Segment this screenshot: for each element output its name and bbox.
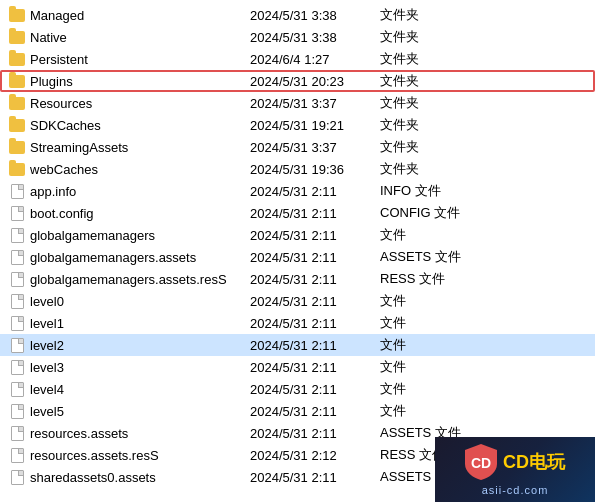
file-name: Plugins bbox=[30, 74, 250, 89]
file-date: 2024/5/31 2:11 bbox=[250, 294, 380, 309]
file-type: ASSETS 文件 bbox=[380, 248, 461, 266]
file-type: 文件夹 bbox=[380, 94, 460, 112]
file-row-streamingassets[interactable]: StreamingAssets2024/5/31 3:37文件夹 bbox=[0, 136, 595, 158]
file-type: 文件 bbox=[380, 358, 460, 376]
file-name: SDKCaches bbox=[30, 118, 250, 133]
file-icon bbox=[8, 337, 26, 353]
file-date: 2024/5/31 2:11 bbox=[250, 426, 380, 441]
file-row-globalgamemanagers[interactable]: globalgamemanagers2024/5/31 2:11文件 bbox=[0, 224, 595, 246]
file-row-app-info[interactable]: app.info2024/5/31 2:11INFO 文件 bbox=[0, 180, 595, 202]
file-date: 2024/5/31 20:23 bbox=[250, 74, 380, 89]
file-name: StreamingAssets bbox=[30, 140, 250, 155]
watermark-title: CD电玩 bbox=[503, 450, 565, 474]
file-name: Native bbox=[30, 30, 250, 45]
file-icon bbox=[8, 205, 26, 221]
file-row-managed[interactable]: Managed2024/5/31 3:38文件夹 bbox=[0, 4, 595, 26]
folder-icon bbox=[8, 95, 26, 111]
file-icon bbox=[8, 447, 26, 463]
file-row-level1[interactable]: level12024/5/31 2:11文件 bbox=[0, 312, 595, 334]
file-icon bbox=[8, 381, 26, 397]
file-name: webCaches bbox=[30, 162, 250, 177]
file-name: globalgamemanagers.assets.resS bbox=[30, 272, 250, 287]
file-type: 文件夹 bbox=[380, 6, 460, 24]
file-row-plugins[interactable]: Plugins2024/5/31 20:23文件夹 bbox=[0, 70, 595, 92]
file-row-native[interactable]: Native2024/5/31 3:38文件夹 bbox=[0, 26, 595, 48]
file-name: level2 bbox=[30, 338, 250, 353]
file-type: INFO 文件 bbox=[380, 182, 460, 200]
file-name: level5 bbox=[30, 404, 250, 419]
folder-icon bbox=[8, 7, 26, 23]
file-name: globalgamemanagers.assets bbox=[30, 250, 250, 265]
file-row-persistent[interactable]: Persistent2024/6/4 1:27文件夹 bbox=[0, 48, 595, 70]
file-type: 文件夹 bbox=[380, 160, 460, 178]
folder-icon bbox=[8, 117, 26, 133]
file-date: 2024/5/31 2:11 bbox=[250, 382, 380, 397]
file-icon bbox=[8, 293, 26, 309]
file-type: 文件夹 bbox=[380, 28, 460, 46]
file-date: 2024/5/31 2:11 bbox=[250, 272, 380, 287]
file-row-level0[interactable]: level02024/5/31 2:11文件 bbox=[0, 290, 595, 312]
file-date: 2024/5/31 2:11 bbox=[250, 250, 380, 265]
file-type: 文件夹 bbox=[380, 72, 460, 90]
file-name: sharedassets0.assets bbox=[30, 470, 250, 485]
folder-icon bbox=[8, 139, 26, 155]
file-name: app.info bbox=[30, 184, 250, 199]
file-row-sdkcaches[interactable]: SDKCaches2024/5/31 19:21文件夹 bbox=[0, 114, 595, 136]
file-name: level4 bbox=[30, 382, 250, 397]
file-row-level5[interactable]: level52024/5/31 2:11文件 bbox=[0, 400, 595, 422]
file-date: 2024/5/31 2:11 bbox=[250, 404, 380, 419]
file-date: 2024/5/31 2:11 bbox=[250, 316, 380, 331]
file-date: 2024/5/31 3:38 bbox=[250, 30, 380, 45]
file-name: level1 bbox=[30, 316, 250, 331]
file-icon bbox=[8, 227, 26, 243]
file-row-level2[interactable]: level22024/5/31 2:11文件 bbox=[0, 334, 595, 356]
file-type: 文件 bbox=[380, 314, 460, 332]
file-row-webcaches[interactable]: webCaches2024/5/31 19:36文件夹 bbox=[0, 158, 595, 180]
file-name: Resources bbox=[30, 96, 250, 111]
file-date: 2024/5/31 2:11 bbox=[250, 184, 380, 199]
file-icon bbox=[8, 403, 26, 419]
file-date: 2024/5/31 2:11 bbox=[250, 470, 380, 485]
file-name: globalgamemanagers bbox=[30, 228, 250, 243]
watermark-subtitle: asii-cd.com bbox=[482, 484, 549, 496]
file-icon bbox=[8, 271, 26, 287]
file-row-boot-config[interactable]: boot.config2024/5/31 2:11CONFIG 文件 bbox=[0, 202, 595, 224]
folder-icon bbox=[8, 51, 26, 67]
svg-text:CD: CD bbox=[471, 455, 491, 471]
file-type: 文件 bbox=[380, 380, 460, 398]
file-row-level4[interactable]: level42024/5/31 2:11文件 bbox=[0, 378, 595, 400]
file-name: level3 bbox=[30, 360, 250, 375]
file-date: 2024/5/31 2:12 bbox=[250, 448, 380, 463]
file-name: Managed bbox=[30, 8, 250, 23]
file-icon bbox=[8, 469, 26, 485]
watermark-logo: CD CD电玩 bbox=[465, 444, 565, 480]
file-date: 2024/5/31 3:38 bbox=[250, 8, 380, 23]
file-list: Managed2024/5/31 3:38文件夹Native2024/5/31 … bbox=[0, 0, 595, 492]
file-date: 2024/5/31 19:36 bbox=[250, 162, 380, 177]
file-date: 2024/5/31 2:11 bbox=[250, 228, 380, 243]
file-date: 2024/5/31 2:11 bbox=[250, 338, 380, 353]
watermark: CD CD电玩 asii-cd.com bbox=[435, 437, 595, 502]
file-type: 文件 bbox=[380, 226, 460, 244]
folder-icon bbox=[8, 73, 26, 89]
file-row-globalgamemanagers-assets-ress[interactable]: globalgamemanagers.assets.resS2024/5/31 … bbox=[0, 268, 595, 290]
file-icon bbox=[8, 425, 26, 441]
folder-icon bbox=[8, 161, 26, 177]
file-name: Persistent bbox=[30, 52, 250, 67]
file-type: 文件 bbox=[380, 402, 460, 420]
file-icon bbox=[8, 249, 26, 265]
file-name: boot.config bbox=[30, 206, 250, 221]
file-name: level0 bbox=[30, 294, 250, 309]
file-type: 文件夹 bbox=[380, 138, 460, 156]
file-date: 2024/5/31 19:21 bbox=[250, 118, 380, 133]
folder-icon bbox=[8, 29, 26, 45]
file-type: 文件 bbox=[380, 292, 460, 310]
file-row-resources[interactable]: Resources2024/5/31 3:37文件夹 bbox=[0, 92, 595, 114]
file-date: 2024/6/4 1:27 bbox=[250, 52, 380, 67]
file-date: 2024/5/31 3:37 bbox=[250, 140, 380, 155]
file-date: 2024/5/31 2:11 bbox=[250, 206, 380, 221]
file-type: 文件 bbox=[380, 336, 460, 354]
file-row-globalgamemanagers-assets[interactable]: globalgamemanagers.assets2024/5/31 2:11A… bbox=[0, 246, 595, 268]
file-row-level3[interactable]: level32024/5/31 2:11文件 bbox=[0, 356, 595, 378]
file-type: 文件夹 bbox=[380, 116, 460, 134]
